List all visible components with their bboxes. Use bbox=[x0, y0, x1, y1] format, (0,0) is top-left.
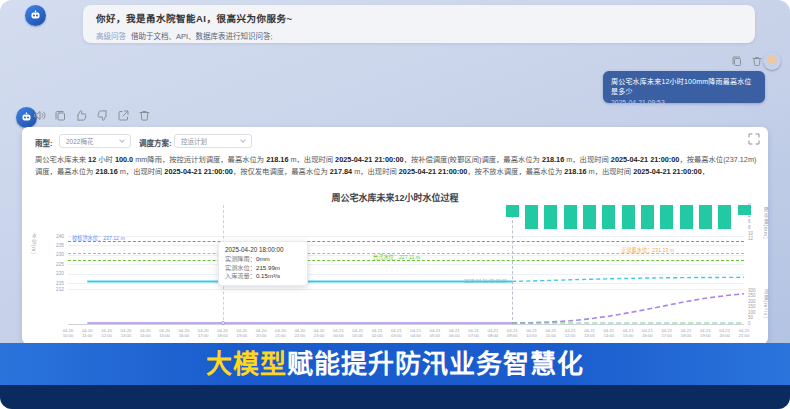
assistant-avatar bbox=[25, 5, 46, 26]
rain-axis-tick: 10 bbox=[748, 231, 762, 236]
rain-type-select[interactable]: 2022梅花 bbox=[59, 134, 131, 148]
summary-segment: 2025-04-21 21:00:00 bbox=[335, 155, 404, 164]
summary-segment: 周公宅水库未来 bbox=[35, 155, 88, 164]
app-window: 你好，我是甬水院智能AI，很高兴为你服务~ 高级问答借助于文档、API、数据库表… bbox=[0, 0, 790, 409]
assistant-greeting: 你好，我是甬水院智能AI，很高兴为你服务~ bbox=[96, 11, 742, 25]
series-预报水位 bbox=[512, 277, 744, 281]
flow-axis-tick: 0 bbox=[748, 321, 762, 326]
answer-panel: 雨型: 2022梅花 调度方案: 控运计划 周公宅水库未来 12 小时 100.… bbox=[22, 127, 768, 344]
summary-segment: 218.16 bbox=[95, 167, 117, 176]
flow-axis-tick: 200 bbox=[748, 299, 762, 304]
rain-type-label: 雨型: bbox=[35, 137, 53, 148]
summary-segment: ，按仅发电调度，最高水位为 bbox=[233, 167, 330, 176]
fullscreen-icon[interactable] bbox=[748, 133, 760, 145]
robot-icon bbox=[29, 9, 42, 22]
assistant-greeting-bubble: 你好，我是甬水院智能AI，很高兴为你服务~ 高级问答借助于文档、API、数据库表… bbox=[83, 5, 755, 43]
tooltip-row: 入库流量：0.15m³/s bbox=[225, 272, 301, 281]
chart-title: 周公宅水库未来12小时水位过程 bbox=[22, 191, 768, 204]
summary-segment: ， bbox=[702, 167, 709, 176]
tooltip-time: 2025-04-20 18:00:00 bbox=[225, 246, 301, 253]
y-axis-tick: 240 bbox=[44, 234, 64, 239]
flow-axis-tick: 100 bbox=[748, 310, 762, 315]
water-axis-title: 水位(m) bbox=[30, 233, 37, 255]
summary-segment: 217.84 bbox=[330, 167, 352, 176]
y-axis-tick: 225 bbox=[44, 262, 64, 267]
rain-axis-title: 降雨量(mm) bbox=[762, 207, 769, 240]
flow-axis-tick: 150 bbox=[748, 304, 762, 309]
chevron-down-icon bbox=[240, 137, 246, 143]
plan-label: 调度方案: bbox=[139, 137, 172, 148]
user-message-bubble: 周公宅水库未来12小时100mm降雨最高水位是多少 2025-04-21 09:… bbox=[603, 71, 765, 103]
thumbs-down-icon[interactable] bbox=[96, 109, 109, 122]
summary-segment: ，按不放水调度，最高水位为 bbox=[467, 167, 564, 176]
summary-segment: 2025-04-21 21:00:00 bbox=[633, 167, 702, 176]
delete-icon[interactable] bbox=[138, 109, 151, 122]
y-axis-tick: 215 bbox=[44, 281, 64, 286]
hover-marker bbox=[221, 321, 225, 325]
series-预报入库流量 bbox=[512, 294, 744, 323]
mode-description: 借助于文档、API、数据库表进行知识问答; bbox=[131, 32, 273, 41]
summary-segment: mm降雨，按控运计划调度，最高水位为 bbox=[133, 155, 266, 164]
rain-type-value: 2022梅花 bbox=[66, 136, 93, 146]
summary-segment: 100.0 bbox=[115, 155, 133, 164]
assistant-subtitle: 高级问答借助于文档、API、数据库表进行知识问答; bbox=[96, 30, 742, 41]
mode-tag: 高级问答 bbox=[96, 32, 126, 41]
robot-icon bbox=[20, 111, 33, 124]
summary-segment: m，出现时间 bbox=[118, 167, 165, 176]
summary-segment: m，出现时间 bbox=[288, 155, 335, 164]
summary-segment: 218.16 bbox=[564, 167, 586, 176]
plan-value: 控运计划 bbox=[181, 136, 207, 146]
user-message-time: 2025-04-21 09:53 bbox=[611, 99, 757, 106]
chevron-down-icon bbox=[119, 137, 125, 143]
summary-segment: 2025-04-21 21:00:00 bbox=[164, 167, 233, 176]
summary-segment: m，出现时间 bbox=[352, 167, 399, 176]
y-axis-tick: 212 bbox=[44, 287, 64, 292]
rain-axis-tick: 8 bbox=[748, 225, 762, 230]
bottom-strip bbox=[0, 385, 790, 409]
user-avatar bbox=[763, 52, 781, 70]
tooltip-label: 实测水位： bbox=[225, 264, 256, 271]
flow-axis-tick: 50 bbox=[748, 315, 762, 320]
slogan-highlight: 大模型 bbox=[206, 349, 287, 379]
thumbs-up-icon[interactable] bbox=[75, 109, 88, 122]
tooltip-row: 实测水位：215.99m bbox=[225, 264, 301, 273]
flow-axis-tick: 250 bbox=[748, 293, 762, 298]
tooltip-value: 215.99m bbox=[256, 264, 280, 271]
summary-segment: m，出现时间 bbox=[564, 155, 611, 164]
series-lines bbox=[68, 205, 744, 331]
forecast-summary: 周公宅水库未来 12 小时 100.0 mm降雨，按控运计划调度，最高水位为 2… bbox=[35, 154, 757, 178]
summary-segment: m，出现时间 bbox=[587, 167, 634, 176]
y-axis-tick: 230 bbox=[44, 252, 64, 257]
y-axis-tick: 235 bbox=[44, 243, 64, 248]
tooltip-value: 0mm bbox=[256, 255, 270, 262]
rain-axis-tick: 6 bbox=[748, 219, 762, 224]
tooltip-row: 实测降雨：0mm bbox=[225, 255, 301, 264]
copy-icon[interactable] bbox=[731, 55, 743, 67]
y-axis-tick: 220 bbox=[44, 271, 64, 276]
tooltip-label: 入库流量： bbox=[225, 272, 256, 279]
summary-segment: 小时 bbox=[96, 155, 115, 164]
summary-segment: ，按补偿调度(皎鄞区间)调度，最高水位为 bbox=[404, 155, 542, 164]
rain-axis-tick: 12 bbox=[748, 236, 762, 241]
copy-icon[interactable] bbox=[54, 109, 67, 122]
user-question: 周公宅水库未来12小时100mm降雨最高水位是多少 bbox=[611, 76, 757, 96]
summary-segment: 2025-04-21 21:00:00 bbox=[611, 155, 680, 164]
slogan-rest: 赋能提升防汛业务智慧化 bbox=[287, 349, 584, 379]
flow-axis-title: 流量(m³/s) bbox=[762, 289, 769, 319]
chart-plot[interactable]: 2025-04-20 18:00:00 实测降雨：0mm 实测水位：215.99… bbox=[68, 205, 744, 325]
tooltip-label: 实测降雨： bbox=[225, 255, 256, 262]
read-aloud-icon[interactable] bbox=[33, 109, 46, 122]
delete-icon[interactable] bbox=[751, 55, 763, 67]
summary-segment: 218.16 bbox=[266, 155, 288, 164]
summary-segment: 218.16 bbox=[542, 155, 564, 164]
slogan-banner: 大模型赋能提升防汛业务智慧化 bbox=[0, 343, 790, 385]
user-message-actions bbox=[731, 55, 763, 67]
chart-tooltip: 2025-04-20 18:00:00 实测降雨：0mm 实测水位：215.99… bbox=[218, 241, 308, 286]
summary-segment: 2025-04-21 21:00:00 bbox=[399, 167, 468, 176]
export-icon[interactable] bbox=[117, 109, 130, 122]
assistant-message-actions bbox=[33, 109, 151, 122]
flow-axis-tick: 300 bbox=[748, 288, 762, 293]
plan-select[interactable]: 控运计划 bbox=[174, 134, 252, 148]
tooltip-value: 0.15m³/s bbox=[256, 272, 280, 279]
